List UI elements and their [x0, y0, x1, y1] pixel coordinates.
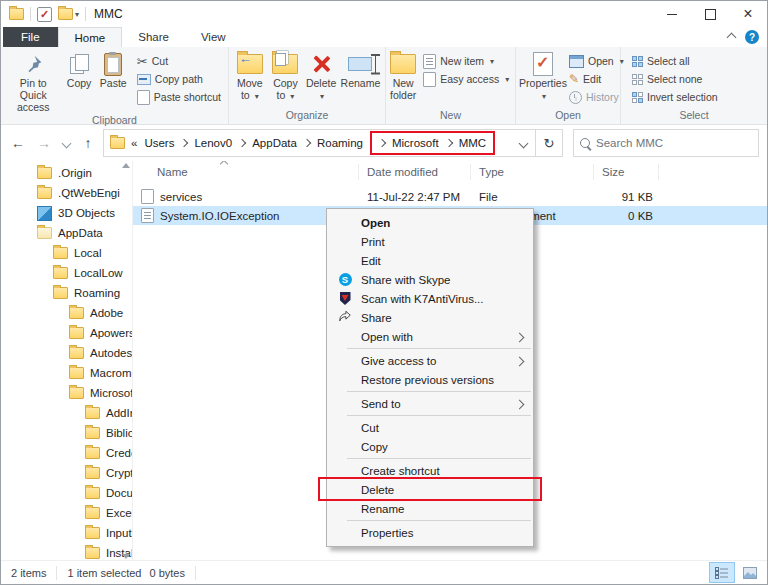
- context-menu-item-send-to[interactable]: Send to: [327, 394, 533, 413]
- tree-item-installe[interactable]: Installe: [1, 543, 133, 561]
- context-menu-item-properties[interactable]: Properties: [327, 523, 533, 542]
- tree-item-autodesl[interactable]: Autodesl: [1, 343, 133, 363]
- tree-item-crypto[interactable]: Crypto: [1, 463, 133, 483]
- large-icons-view-button[interactable]: [737, 562, 763, 583]
- context-menu-item-print[interactable]: Print: [327, 232, 533, 251]
- tree-item-bibliog[interactable]: Bibliog: [1, 423, 133, 443]
- pin-to-quick-access-button[interactable]: Pin to Quick access: [4, 50, 63, 114]
- properties-button[interactable]: Properties ▾: [519, 50, 567, 103]
- breadcrumb-segment-mmc[interactable]: MMC: [459, 137, 486, 149]
- edit-button[interactable]: ✎Edit: [569, 72, 624, 86]
- tab-home[interactable]: Home: [58, 27, 123, 47]
- copy-path-button[interactable]: Copy path: [137, 72, 221, 86]
- context-menu-item-open[interactable]: Open: [327, 213, 533, 232]
- copy-to-icon: [272, 51, 298, 77]
- rename-button[interactable]: Rename: [339, 50, 382, 91]
- context-menu-item-give-access-to[interactable]: Give access to: [327, 351, 533, 370]
- tree-item-local[interactable]: Local: [1, 243, 133, 263]
- column-header-type[interactable]: Type: [471, 164, 594, 180]
- tree-item-docum[interactable]: Docum: [1, 483, 133, 503]
- menu-separator: [347, 415, 531, 416]
- tree-item-addins[interactable]: AddIns: [1, 403, 133, 423]
- tree-scrollbar[interactable]: [121, 163, 131, 559]
- context-menu-item-delete[interactable]: Delete: [327, 480, 533, 499]
- tab-file[interactable]: File: [3, 27, 58, 47]
- breadcrumb-segment-microsoft[interactable]: Microsoft: [392, 137, 439, 149]
- select-all-button[interactable]: Select all: [632, 54, 718, 68]
- tree-item-locallow[interactable]: LocalLow: [1, 263, 133, 283]
- minimize-button[interactable]: [653, 1, 691, 27]
- context-menu-item-scan-with-k7antivirus[interactable]: Scan with K7AntiVirus...: [327, 289, 533, 308]
- tree-item-microsof[interactable]: Microsof: [1, 383, 133, 403]
- tree-item-apowers[interactable]: Apowers: [1, 323, 133, 343]
- back-icon[interactable]: ←: [7, 132, 29, 154]
- tree-item-qtwebengi[interactable]: .QtWebEngi: [1, 183, 133, 203]
- history-button[interactable]: History: [569, 90, 624, 104]
- context-menu-item-cut[interactable]: Cut: [327, 418, 533, 437]
- tree-item-macrom[interactable]: Macrom: [1, 363, 133, 383]
- group-label-open: Open: [516, 109, 620, 124]
- tree-item-roaming[interactable]: Roaming: [1, 283, 133, 303]
- select-none-button[interactable]: Select none: [632, 72, 718, 86]
- tree-item-origin[interactable]: .Origin: [1, 163, 133, 183]
- tree-item-inputm[interactable]: InputM: [1, 523, 133, 543]
- move-to-button[interactable]: ← Move to ▾: [232, 50, 268, 103]
- context-menu-item-rename[interactable]: Rename: [327, 499, 533, 518]
- tree-item-adobe[interactable]: Adobe: [1, 303, 133, 323]
- qat-properties-icon[interactable]: ✓: [37, 7, 52, 22]
- forward-icon[interactable]: →: [33, 132, 55, 154]
- breadcrumb-segment-users[interactable]: Users: [144, 137, 174, 149]
- paste-shortcut-icon: [137, 90, 150, 105]
- close-button[interactable]: ×: [729, 1, 767, 27]
- copy-to-button[interactable]: Copy to ▾: [268, 50, 304, 103]
- context-menu-item-open-with[interactable]: Open with: [327, 327, 533, 346]
- tree-item-3d-objects[interactable]: 3D Objects: [1, 203, 133, 223]
- help-icon[interactable]: ?: [745, 30, 759, 44]
- delete-button[interactable]: Delete ▾: [303, 50, 339, 103]
- context-menu-item-copy[interactable]: Copy: [327, 437, 533, 456]
- tree-item-excel[interactable]: Excel: [1, 503, 133, 523]
- context-menu-item-create-shortcut[interactable]: Create shortcut: [327, 461, 533, 480]
- breadcrumb-segment-appdata[interactable]: AppData: [252, 137, 297, 149]
- file-row-services[interactable]: services11-Jul-22 2:47 PMFile91 KB: [133, 187, 767, 206]
- tab-share[interactable]: Share: [122, 27, 185, 47]
- context-menu-item-restore-previous-versions[interactable]: Restore previous versions: [327, 370, 533, 389]
- cut-button[interactable]: ✂Cut: [137, 54, 221, 68]
- easy-access-button[interactable]: Easy access▾: [423, 72, 509, 86]
- context-menu-item-share[interactable]: Share: [327, 308, 533, 327]
- search-input[interactable]: [596, 137, 752, 149]
- details-view-button[interactable]: [709, 562, 735, 583]
- breadcrumb-segment-lenov0[interactable]: Lenov0: [194, 137, 232, 149]
- breadcrumb-overflow[interactable]: «: [131, 137, 137, 149]
- column-header-name[interactable]: Name: [133, 164, 359, 180]
- up-icon[interactable]: ↑: [77, 132, 99, 154]
- open-button[interactable]: Open▾: [569, 54, 624, 68]
- breadcrumb-segment-roaming[interactable]: Roaming: [317, 137, 363, 149]
- search-box[interactable]: [573, 129, 759, 157]
- new-item-button[interactable]: New item▾: [423, 54, 509, 68]
- scroll-down-icon[interactable]: [122, 554, 130, 559]
- address-box[interactable]: «UsersLenov0AppDataRoamingMicrosoftMMC ↻: [103, 129, 563, 157]
- tree-item-creden[interactable]: Creden: [1, 443, 133, 463]
- qat-customize-chevron-icon[interactable]: ▾: [75, 10, 79, 19]
- context-menu-item-share-with-skype[interactable]: SShare with Skype: [327, 270, 533, 289]
- paste-button[interactable]: Paste: [96, 50, 131, 91]
- tree-item-appdata[interactable]: AppData: [1, 223, 133, 243]
- window-title: MMC: [94, 7, 123, 21]
- qat-new-folder-icon[interactable]: [58, 8, 73, 20]
- column-header-size[interactable]: Size: [594, 164, 659, 180]
- address-dropdown-chevron-icon[interactable]: [511, 130, 535, 156]
- paste-shortcut-button[interactable]: Paste shortcut: [137, 90, 221, 104]
- refresh-icon[interactable]: ↻: [535, 130, 562, 156]
- maximize-button[interactable]: [691, 1, 729, 27]
- column-header-date-modified[interactable]: Date modified: [359, 164, 471, 180]
- new-folder-button[interactable]: New folder: [389, 50, 417, 103]
- invert-selection-button[interactable]: Invert selection: [632, 90, 718, 104]
- copy-button[interactable]: Copy: [63, 50, 96, 91]
- collapse-ribbon-icon[interactable]: [727, 32, 737, 42]
- recent-locations-chevron-icon[interactable]: [59, 132, 73, 154]
- tab-view[interactable]: View: [185, 27, 242, 47]
- context-menu-item-edit[interactable]: Edit: [327, 251, 533, 270]
- scroll-up-icon[interactable]: [122, 163, 130, 168]
- folder-icon: [85, 447, 100, 459]
